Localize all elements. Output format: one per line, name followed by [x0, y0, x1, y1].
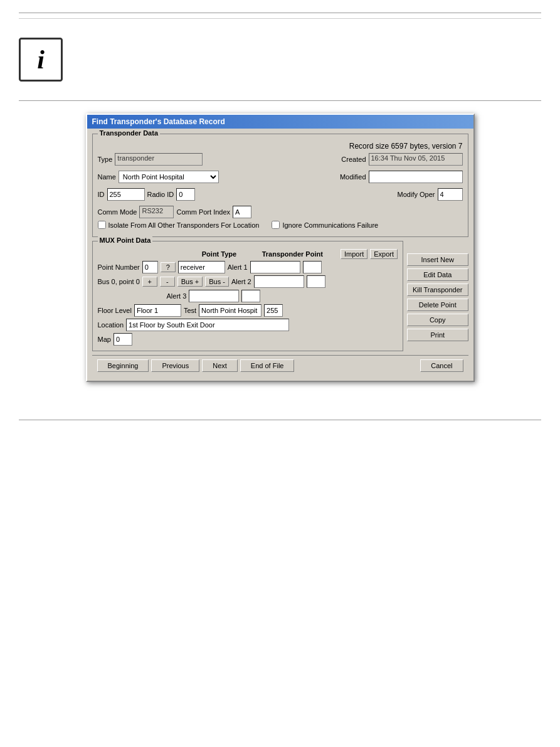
import-button[interactable]: Import [341, 249, 367, 259]
print-button[interactable]: Print [407, 329, 468, 341]
top-rule-1 [19, 13, 541, 13]
cancel-button[interactable]: Cancel [420, 359, 463, 372]
transponder-data-group: Transponder Data Record size 6597 bytes,… [92, 134, 468, 237]
nav-left-buttons: Beginning Previous Next End of File [97, 359, 295, 372]
comm-row: Comm Mode RS232 Comm Port Index [98, 206, 463, 218]
info-symbol: i [37, 45, 45, 75]
next-button[interactable]: Next [202, 359, 238, 372]
transponder-group-content: Record size 6597 bytes, version 7 Type t… [98, 142, 463, 229]
mux-and-buttons: MUX Point Data Point Type Transponder Po… [92, 241, 468, 355]
modify-oper-label: Modify Oper [398, 191, 435, 198]
kill-transponder-button[interactable]: Kill Transponder [407, 283, 468, 296]
bus-label: Bus 0, point 0 [98, 278, 140, 285]
test-tp[interactable] [264, 304, 283, 317]
dialog-title: Find Transponder's Database Record [92, 117, 225, 126]
location-value[interactable] [126, 319, 289, 331]
mux-group-title: MUX Point Data [98, 236, 153, 244]
plus-button[interactable]: + [142, 277, 157, 287]
floor-level-label: Floor Level [98, 307, 132, 314]
comm-port-value[interactable] [233, 206, 251, 218]
right-buttons-panel: Insert New Edit Data Kill Transponder De… [407, 241, 468, 355]
comm-mode-label: Comm Mode [98, 208, 137, 216]
point-number-value[interactable] [142, 261, 158, 273]
bus-row: Bus 0, point 0 + - Bus + Bus - Alert 2 [98, 275, 398, 288]
map-value[interactable] [114, 333, 132, 346]
point-type-value[interactable] [178, 261, 225, 273]
alert2-label: Alert 2 [231, 278, 251, 285]
id-label: ID [98, 191, 105, 198]
dialog-titlebar: Find Transponder's Database Record [87, 115, 473, 129]
point-number-label: Point Number [98, 263, 140, 271]
checkboxes-row: Isolate From All Other Transponders For … [98, 221, 463, 229]
info-icon-box: i [19, 38, 63, 82]
location-row: Location [98, 319, 398, 331]
id-row: ID Radio ID [98, 188, 196, 201]
top-rule-2 [19, 18, 541, 19]
floor-level-value[interactable] [134, 304, 181, 317]
modify-oper-value[interactable] [438, 188, 463, 201]
point-type-header: Point Type [194, 250, 245, 258]
created-label: Created [341, 156, 366, 163]
type-row: Type transponder [98, 153, 203, 166]
info-section: i [19, 38, 541, 82]
radio-id-label: Radio ID [147, 191, 174, 198]
modified-label: Modified [340, 173, 366, 181]
created-value: 16:34 Thu Nov 05, 2015 [369, 153, 463, 166]
location-label: Location [98, 321, 124, 329]
mux-header-row: Point Type Transponder Point Import Expo… [98, 249, 398, 259]
edit-data-button[interactable]: Edit Data [407, 268, 468, 281]
section-rule [19, 100, 541, 101]
insert-new-button[interactable]: Insert New [407, 253, 468, 266]
find-transponder-dialog: Find Transponder's Database Record Trans… [86, 114, 475, 382]
delete-point-button[interactable]: Delete Point [407, 299, 468, 311]
comm-mode-value: RS232 [139, 206, 174, 218]
record-size-text: Record size 6597 bytes, version 7 [349, 142, 463, 151]
bus-plus-button[interactable]: Bus + [177, 277, 203, 287]
type-label: Type [98, 156, 113, 163]
question-button[interactable]: ? [161, 262, 176, 272]
bottom-rule [19, 420, 541, 420]
name-dropdown[interactable]: North Point Hospital [119, 171, 219, 183]
modify-oper-row: Modify Oper [398, 188, 463, 201]
transponder-group-title: Transponder Data [98, 129, 161, 137]
dialog-body: Transponder Data Record size 6597 bytes,… [87, 129, 473, 381]
export-button[interactable]: Export [370, 249, 398, 259]
alert3-row: Alert 3 [98, 290, 398, 302]
isolate-label: Isolate From All Other Transponders For … [108, 221, 260, 229]
ignore-label: Ignore Communications Failure [282, 221, 378, 229]
minus-button[interactable]: - [160, 277, 175, 287]
alert3-tp[interactable] [241, 290, 260, 302]
alert3-label: Alert 3 [167, 292, 187, 300]
alert1-tp[interactable] [303, 261, 322, 273]
alert1-value[interactable] [250, 261, 300, 273]
isolate-checkbox[interactable] [98, 221, 106, 229]
name-row: Name North Point Hospital [98, 171, 219, 183]
test-value[interactable] [199, 304, 262, 317]
alert2-tp[interactable] [307, 275, 325, 288]
previous-button[interactable]: Previous [151, 359, 199, 372]
end-of-file-button[interactable]: End of File [240, 359, 295, 372]
point-number-row: Point Number ? Alert 1 [98, 261, 398, 273]
mux-group-content: Point Type Transponder Point Import Expo… [98, 249, 398, 346]
beginning-button[interactable]: Beginning [97, 359, 149, 372]
floor-test-row: Floor Level Test [98, 304, 398, 317]
name-label: Name [98, 173, 116, 181]
alert2-value[interactable] [254, 275, 304, 288]
copy-button[interactable]: Copy [407, 314, 468, 326]
test-label: Test [184, 307, 196, 314]
modified-value[interactable] [369, 171, 463, 183]
comm-port-label: Comm Port Index [176, 208, 230, 216]
radio-id-value[interactable] [176, 188, 195, 201]
id-value[interactable] [107, 188, 145, 201]
map-row: Map [98, 333, 398, 346]
alert3-value[interactable] [189, 290, 239, 302]
record-size-row: Record size 6597 bytes, version 7 [98, 142, 463, 151]
type-value: transponder [115, 153, 203, 166]
bus-minus-button[interactable]: Bus - [205, 277, 229, 287]
modified-row: Modified [340, 171, 463, 183]
alert1-label: Alert 1 [228, 263, 248, 271]
mux-data-group: MUX Point Data Point Type Transponder Po… [92, 241, 404, 351]
ignore-checkbox[interactable] [272, 221, 280, 229]
map-label: Map [98, 336, 111, 343]
nav-bar: Beginning Previous Next End of File Canc… [92, 355, 468, 376]
